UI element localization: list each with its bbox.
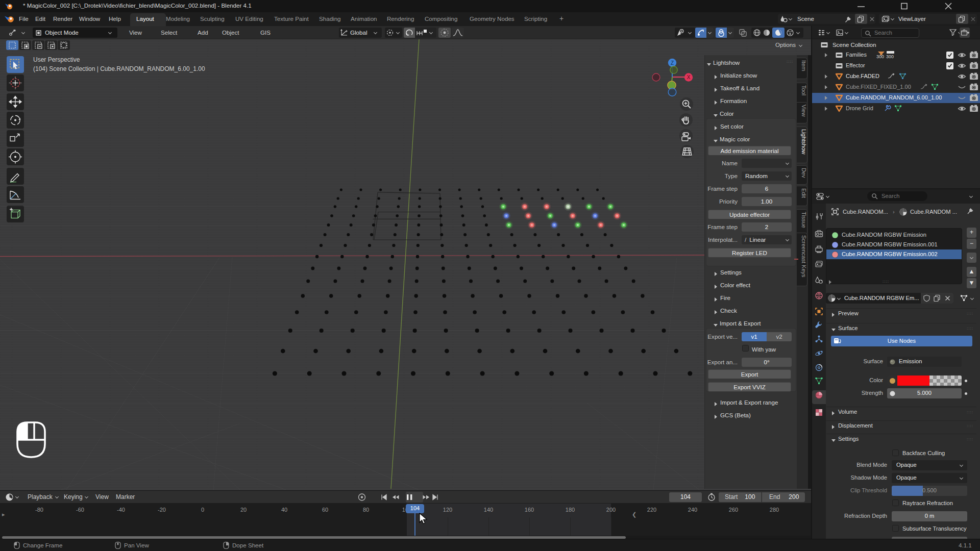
svg-text:Z: Z [671, 60, 674, 66]
svg-text:X: X [687, 74, 691, 80]
